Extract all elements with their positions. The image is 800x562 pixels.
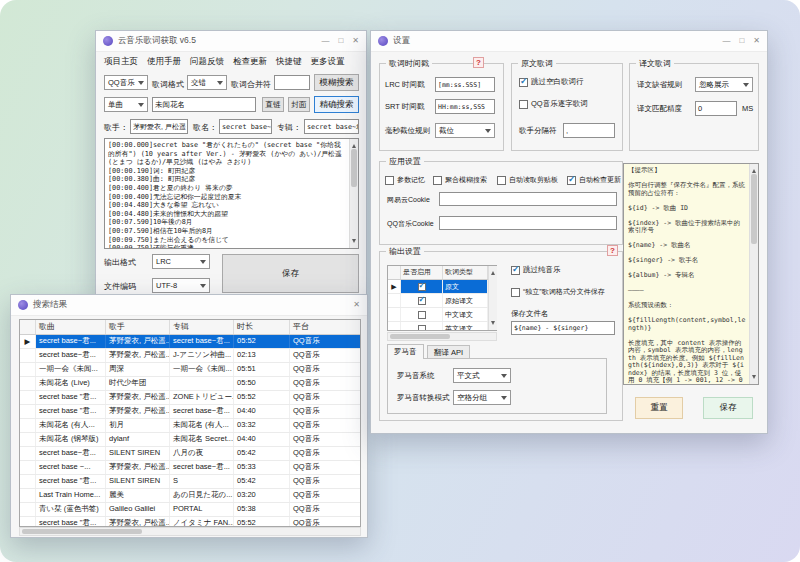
tab-translate-api[interactable]: 翻译 API <box>427 345 470 359</box>
tab-romaji[interactable]: 罗马音 <box>387 344 424 359</box>
scrollbar-thumb[interactable] <box>390 334 450 339</box>
merge-symbol-input[interactable] <box>274 75 310 90</box>
srt-timestamp-input[interactable]: HH:mm:ss,SSS <box>435 99 495 114</box>
cover-button[interactable]: 封面 <box>288 97 310 112</box>
output-type-checkbox[interactable] <box>418 283 426 291</box>
param-memory-checkbox[interactable]: 参数记忆 <box>385 175 425 185</box>
output-type-checkbox[interactable] <box>418 311 426 319</box>
format-select[interactable]: 交错 <box>187 75 227 90</box>
close-icon[interactable]: ✕ <box>753 31 760 51</box>
menu-item-home[interactable]: 项目主页 <box>104 56 138 70</box>
filename-input[interactable]: ${name} - ${singer} <box>511 321 615 335</box>
skip-instrumental-checkbox[interactable]: 跳过纯音乐 <box>511 265 561 275</box>
output-table-vscrollbar[interactable] <box>488 266 497 330</box>
album-label: 专辑： <box>277 122 301 133</box>
close-icon[interactable]: ✕ <box>353 295 360 315</box>
lrc-timestamp-input[interactable]: [mm:ss.SSS] <box>435 77 495 92</box>
menu-item-update[interactable]: 检查更新 <box>233 56 267 70</box>
separate-files-checkbox[interactable]: “独立”歌词格式分文件保存 <box>511 287 605 297</box>
menu-item-hotkeys[interactable]: 快捷键 <box>276 56 302 70</box>
hint-scrollbar[interactable] <box>749 164 758 384</box>
menu-item-feedback[interactable]: 问题反馈 <box>190 56 224 70</box>
table-row[interactable]: secret base "君...茅野愛衣, 戸松遥...ノイタミナ FAN..… <box>20 517 360 527</box>
app-group-label: 应用设置 <box>386 156 424 167</box>
column-header-platform[interactable]: 平台 <box>290 320 360 334</box>
qq-cookie-input[interactable] <box>439 216 617 230</box>
hint-panel[interactable]: 【提示区】 你可自行调整『保存文件名』配置，系统预留的占位符有： ${id} -… <box>623 163 759 385</box>
close-icon[interactable]: ✕ <box>352 31 359 51</box>
scrollbar-thumb[interactable] <box>751 174 757 244</box>
output-type-row[interactable]: 英文译文 <box>388 322 496 331</box>
output-type-row[interactable]: 中文译文 <box>388 308 496 322</box>
table-row[interactable]: 青い栞 (蓝色书签)Galileo GalileiPORTAL05:38QQ音乐 <box>20 503 360 517</box>
results-table-body: ▶secret base~君...茅野愛衣, 戸松遥...secret base… <box>20 335 360 527</box>
singer-field[interactable]: 茅野愛衣, 戸松遥 <box>130 119 188 134</box>
auto-update-checkbox[interactable]: 自动检查更新 <box>567 175 621 185</box>
table-row[interactable]: secret base~君...茅野愛衣, 戸松遥...J-アニソン神曲...0… <box>20 349 360 363</box>
settings-titlebar[interactable]: 设置 — □ ✕ <box>371 31 767 52</box>
direct-link-button[interactable]: 直链 <box>262 97 284 112</box>
album-field[interactable]: secret base~君 <box>304 119 359 134</box>
output-type-checkbox[interactable] <box>418 297 426 305</box>
translation-precision-input[interactable]: 0 <box>695 101 737 116</box>
qq-verbatim-checkbox[interactable]: QQ音乐逐字歌词 <box>519 99 588 109</box>
column-header-singer[interactable]: 歌手 <box>106 320 170 334</box>
translation-rule-select[interactable]: 忽略展示 <box>695 77 753 92</box>
romaji-system-select[interactable]: 平文式 <box>453 368 511 383</box>
column-header-duration[interactable]: 时长 <box>234 320 290 334</box>
save-button[interactable]: 保存 <box>222 254 359 293</box>
table-row[interactable]: secret base~君...SILENT SIREN八月の夜05:42QQ音… <box>20 447 360 461</box>
minimize-icon[interactable]: — <box>321 31 329 51</box>
singer-separator-input[interactable]: , <box>563 123 615 138</box>
encoding-select[interactable]: UTF-8 <box>152 278 210 293</box>
netease-cookie-input[interactable] <box>439 192 617 206</box>
lyrics-scrollbar[interactable] <box>349 139 358 248</box>
table-row[interactable]: 未闻花名 (有人...初月未闻花名 (有人...03:32QQ音乐 <box>20 419 360 433</box>
table-row[interactable]: secret base "君...SILENT SIRENS05:42QQ音乐 <box>20 475 360 489</box>
scrollbar-thumb[interactable] <box>351 149 357 187</box>
auto-clipboard-checkbox[interactable]: 自动读取剪贴板 <box>497 175 558 185</box>
output-type-row[interactable]: ▶原文 <box>388 280 496 294</box>
menu-item-more[interactable]: 更多设置 <box>311 56 345 70</box>
table-row[interactable]: 未闻花名 (Live)时代少年团05:50QQ音乐 <box>20 377 360 391</box>
menu-item-manual[interactable]: 使用手册 <box>147 56 181 70</box>
output-table-hscrollbar[interactable] <box>387 332 497 341</box>
search-input[interactable]: 未闻花名 <box>152 97 256 112</box>
maximize-icon[interactable]: □ <box>739 31 744 51</box>
results-horizontal-scrollbar[interactable] <box>19 527 361 536</box>
row-indicator <box>388 308 401 321</box>
type-cell: 原始译文 <box>443 294 488 307</box>
lyrics-textarea[interactable]: [00:00.000]secret base "君がくれたもの" (secret… <box>104 138 359 249</box>
main-titlebar[interactable]: 云音乐歌词获取 v6.5 — □ ✕ <box>96 31 366 52</box>
minimize-icon[interactable]: — <box>722 31 730 51</box>
maximize-icon[interactable]: □ <box>338 31 343 51</box>
table-row[interactable]: ▶secret base~君...茅野愛衣, 戸松遥...secret base… <box>20 335 360 349</box>
results-titlebar[interactable]: 搜索结果 ✕ <box>11 295 367 316</box>
skip-blank-checkbox[interactable]: 跳过空白歌词行 <box>519 77 584 87</box>
song-field[interactable]: secret base~君 <box>219 119 272 134</box>
aggregate-fuzzy-checkbox[interactable]: 聚合模糊搜索 <box>433 175 487 185</box>
exact-search-button[interactable]: 精确搜索 <box>314 96 359 113</box>
help-icon[interactable]: ? <box>473 57 484 68</box>
output-type-row[interactable]: 原始译文 <box>388 294 496 308</box>
table-row[interactable]: 一期一会《未闻...周深一期一会《未闻...05:51QQ音乐 <box>20 363 360 377</box>
settings-save-button[interactable]: 保存 <box>703 397 753 419</box>
output-type-checkbox[interactable] <box>418 325 426 332</box>
column-header-album[interactable]: 专辑 <box>170 320 234 334</box>
table-row[interactable]: secret base "君...茅野愛衣, 戸松遥...secret base… <box>20 405 360 419</box>
help-icon[interactable]: ? <box>607 245 618 256</box>
table-row[interactable]: secret base ~...茅野愛衣, 戸松遥...secret base~… <box>20 461 360 475</box>
ms-rule-select[interactable]: 截位 <box>435 123 495 138</box>
output-format-select[interactable]: LRC <box>152 254 210 269</box>
fuzzy-search-button[interactable]: 模糊搜索 <box>314 74 359 91</box>
table-row[interactable]: 未闻花名 (钢琴版)dylanf未闻花名 Secret...04:40QQ音乐 <box>20 433 360 447</box>
table-row[interactable]: secret base "君...茅野愛衣, 戸松遥...ZONEトリビュー..… <box>20 391 360 405</box>
cell: secret base "君... <box>36 475 106 488</box>
search-type-select[interactable]: 单曲 <box>104 97 148 112</box>
source-select[interactable]: QQ音乐 <box>104 75 148 90</box>
romaji-mode-select[interactable]: 空格分组 <box>453 390 511 405</box>
table-row[interactable]: Last Train Home...麗美あの日見た花の...03:20QQ音乐 <box>20 489 360 503</box>
column-header-song[interactable]: 歌曲 <box>36 320 106 334</box>
scrollbar-thumb[interactable] <box>22 529 142 534</box>
reset-button[interactable]: 重置 <box>635 397 683 419</box>
